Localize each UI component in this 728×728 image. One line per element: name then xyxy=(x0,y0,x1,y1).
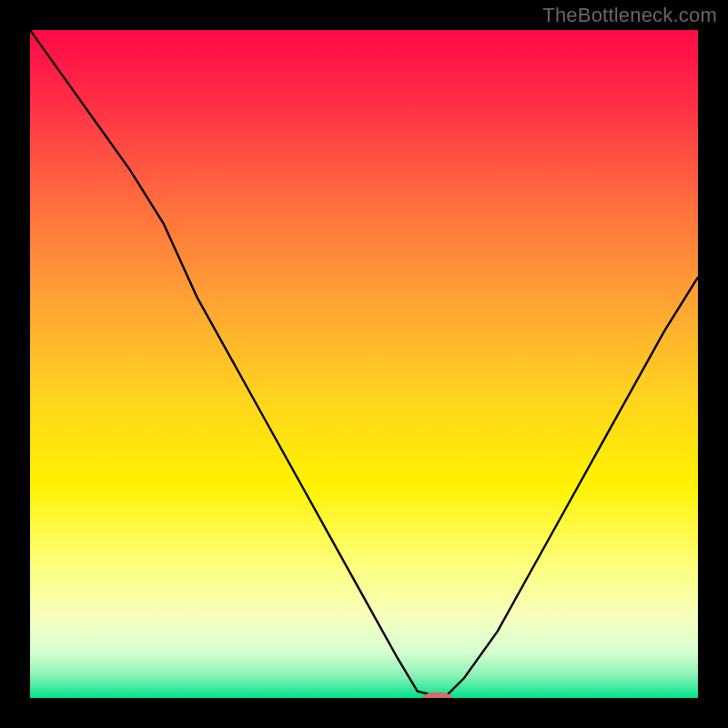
watermark-text: TheBottleneck.com xyxy=(542,4,717,27)
bottleneck-chart xyxy=(0,0,728,728)
